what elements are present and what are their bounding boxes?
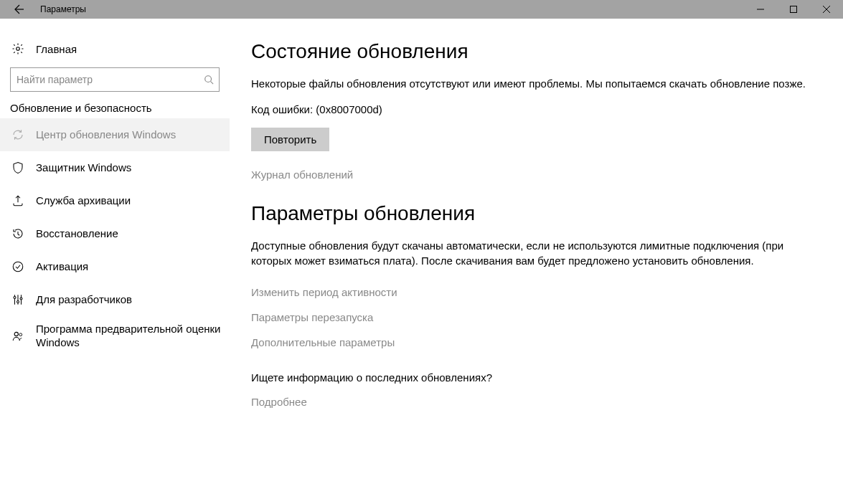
nav-label: Защитник Windows <box>36 161 131 175</box>
nav-label: Центр обновления Windows <box>36 128 176 142</box>
sidebar: Главная Обновление и безопасность Центр … <box>0 19 230 504</box>
nav-backup[interactable]: Служба архивации <box>0 184 230 217</box>
params-heading: Параметры обновления <box>251 202 821 225</box>
params-text: Доступные обновления будут скачаны автом… <box>251 238 821 270</box>
more-info-link[interactable]: Подробнее <box>251 396 821 408</box>
back-button[interactable] <box>0 0 36 19</box>
sync-icon <box>11 128 24 141</box>
svg-point-5 <box>17 301 19 303</box>
svg-point-2 <box>205 76 212 82</box>
status-heading: Состояние обновления <box>251 40 821 63</box>
sliders-icon <box>11 293 24 306</box>
svg-point-4 <box>14 297 16 299</box>
svg-rect-0 <box>791 6 797 13</box>
search-icon <box>204 75 214 85</box>
nav-defender[interactable]: Защитник Windows <box>0 151 230 184</box>
nav-activation[interactable]: Активация <box>0 250 230 283</box>
content-area: Состояние обновления Некоторые файлы обн… <box>230 19 843 504</box>
nav-windows-update[interactable]: Центр обновления Windows <box>0 118 230 151</box>
check-circle-icon <box>11 260 24 273</box>
titlebar: Параметры <box>0 0 843 19</box>
error-code: Код ошибки: (0x8007000d) <box>251 102 821 118</box>
retry-button[interactable]: Повторить <box>251 128 329 151</box>
status-text: Некоторые файлы обновления отсутствуют и… <box>251 76 821 92</box>
svg-point-6 <box>20 298 22 300</box>
window-title: Параметры <box>40 4 744 14</box>
nav-label: Для разработчиков <box>36 293 132 307</box>
home-nav[interactable]: Главная <box>0 33 230 65</box>
restart-options-link[interactable]: Параметры перезапуска <box>251 311 821 323</box>
nav-label: Программа предварительной оценки Windows <box>36 323 230 350</box>
update-history-link[interactable]: Журнал обновлений <box>251 168 821 181</box>
close-button[interactable] <box>810 0 843 19</box>
search-input[interactable] <box>10 67 220 92</box>
nav-label: Активация <box>36 260 88 274</box>
nav-recovery[interactable]: Восстановление <box>0 217 230 250</box>
shield-icon <box>11 161 24 174</box>
svg-point-7 <box>14 332 18 336</box>
gear-icon <box>11 42 24 55</box>
history-icon <box>11 227 24 240</box>
info-prompt: Ищете информацию о последних обновлениях… <box>251 370 821 386</box>
backup-icon <box>11 194 24 207</box>
svg-point-3 <box>13 262 23 272</box>
minimize-button[interactable] <box>744 0 777 19</box>
nav-insider[interactable]: Программа предварительной оценки Windows <box>0 316 230 356</box>
section-heading: Обновление и безопасность <box>0 92 230 118</box>
svg-point-1 <box>17 47 20 51</box>
active-hours-link[interactable]: Изменить период активности <box>251 286 821 298</box>
home-label: Главная <box>36 43 77 55</box>
nav-developers[interactable]: Для разработчиков <box>0 283 230 316</box>
nav-label: Восстановление <box>36 227 118 241</box>
maximize-button[interactable] <box>777 0 810 19</box>
svg-point-8 <box>19 333 22 336</box>
nav-label: Служба архивации <box>36 194 131 208</box>
people-icon <box>11 330 24 343</box>
advanced-options-link[interactable]: Дополнительные параметры <box>251 336 821 348</box>
